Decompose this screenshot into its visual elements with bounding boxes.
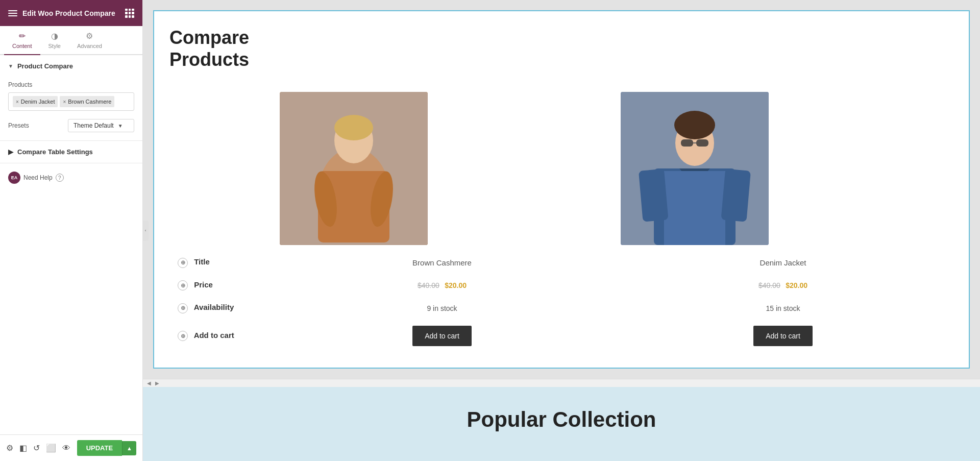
row-price-label: Price bbox=[194, 280, 213, 289]
table-row-availability: ⊕ Availability 9 in stock 15 in stock bbox=[169, 297, 953, 320]
products-field-label: Products bbox=[8, 81, 134, 88]
presets-label: Presets bbox=[8, 122, 29, 129]
tab-advanced-label: Advanced bbox=[77, 43, 102, 49]
tag-cashmere-label: Brown Cashmere bbox=[68, 99, 111, 105]
tag-brown-cashmere: × Brown Cashmere bbox=[60, 96, 114, 107]
need-help[interactable]: EA Need Help ? bbox=[0, 163, 142, 192]
section-compare-table-settings: ▶ Compare Table Settings bbox=[0, 141, 142, 163]
layers-icon[interactable]: ◧ bbox=[19, 443, 27, 453]
product2-original-price: $40.00 bbox=[758, 281, 780, 289]
hamburger-icon[interactable] bbox=[8, 10, 17, 16]
product2-stock: 15 in stock bbox=[766, 304, 800, 312]
product1-availability: 9 in stock bbox=[272, 297, 612, 320]
product2-cart: Add to cart bbox=[612, 320, 953, 352]
section-product-compare-label: Product Compare bbox=[17, 62, 73, 70]
svg-point-3 bbox=[334, 115, 373, 140]
product2-price: $40.00 $20.00 bbox=[612, 274, 953, 297]
expand-price-icon[interactable]: ⊕ bbox=[178, 280, 188, 290]
cashmere-product-image bbox=[280, 92, 428, 245]
toolbar-icons: ⚙ ◧ ↺ ⬜ 👁 bbox=[6, 443, 70, 453]
product2-name: Denim Jacket bbox=[760, 258, 806, 267]
product1-add-to-cart-button[interactable]: Add to cart bbox=[412, 326, 472, 346]
product2-sale-price: $20.00 bbox=[786, 281, 807, 289]
tab-content[interactable]: ✏ Content bbox=[4, 26, 40, 55]
tab-content-label: Content bbox=[12, 43, 32, 49]
chevron-right-icon: ▶ bbox=[8, 148, 13, 156]
table-header-brown-cashmere bbox=[272, 86, 612, 251]
tab-style[interactable]: ◑ Style bbox=[40, 26, 69, 54]
table-header-denim-jacket bbox=[612, 86, 953, 251]
product1-stock: 9 in stock bbox=[427, 304, 457, 312]
collapse-panel-handle[interactable]: ‹ bbox=[142, 221, 149, 241]
lower-section: Popular Collection bbox=[143, 387, 980, 461]
tab-bar: ✏ Content ◑ Style ⚙ Advanced bbox=[0, 26, 142, 55]
row-cart-label: Add to cart bbox=[194, 331, 234, 339]
row-label-add-to-cart: ⊕ Add to cart bbox=[169, 320, 272, 352]
product2-availability: 15 in stock bbox=[612, 297, 953, 320]
product1-title: Brown Cashmere bbox=[272, 251, 612, 274]
tab-style-label: Style bbox=[48, 43, 61, 49]
expand-availability-icon[interactable]: ⊕ bbox=[178, 303, 188, 313]
denim-product-image bbox=[621, 92, 769, 245]
table-header-empty bbox=[169, 86, 272, 251]
canvas-scroll-bar: ◀ ▶ bbox=[143, 379, 980, 387]
presets-select[interactable]: Theme Default ▼ bbox=[68, 119, 134, 132]
row-title-label: Title bbox=[194, 257, 210, 266]
settings-icon[interactable]: ⚙ bbox=[6, 443, 13, 453]
scroll-left-arrow[interactable]: ◀ bbox=[145, 380, 153, 386]
svg-rect-15 bbox=[696, 139, 708, 147]
update-btn-group: UPDATE ▲ bbox=[77, 440, 136, 456]
product2-title: Denim Jacket bbox=[612, 251, 953, 274]
style-icon: ◑ bbox=[51, 31, 58, 41]
panel-header: Edit Woo Product Compare bbox=[0, 0, 142, 26]
update-button[interactable]: UPDATE bbox=[77, 440, 122, 456]
scroll-right-arrow[interactable]: ▶ bbox=[153, 380, 161, 386]
products-tag-input[interactable]: × Denim Jacket × Brown Cashmere bbox=[8, 92, 134, 111]
tag-denim-label: Denim Jacket bbox=[21, 99, 55, 105]
dropdown-arrow-icon: ▼ bbox=[118, 123, 123, 129]
responsive-icon[interactable]: ⬜ bbox=[46, 443, 56, 453]
preview-icon[interactable]: 👁 bbox=[62, 444, 70, 453]
compare-title: CompareProducts bbox=[169, 27, 953, 70]
chevron-down-icon: ▼ bbox=[8, 63, 13, 69]
section-header-product-compare[interactable]: ▼ Product Compare bbox=[0, 55, 142, 77]
product1-cart: Add to cart bbox=[272, 320, 612, 352]
svg-rect-11 bbox=[639, 169, 669, 222]
product1-name: Brown Cashmere bbox=[412, 258, 472, 267]
compare-table: ⊕ Title Brown Cashmere Denim Jacket bbox=[169, 86, 953, 352]
row-label-price: ⊕ Price bbox=[169, 274, 272, 297]
section-product-compare: ▼ Product Compare Products × Denim Jacke… bbox=[0, 55, 142, 141]
row-label-title: ⊕ Title bbox=[169, 251, 272, 274]
widget-area: CompareProducts bbox=[153, 10, 970, 369]
product1-original-price: $40.00 bbox=[418, 281, 439, 289]
tag-remove-denim[interactable]: × bbox=[16, 99, 19, 105]
section-header-compare-table[interactable]: ▶ Compare Table Settings bbox=[0, 141, 142, 163]
left-panel: Edit Woo Product Compare ✏ Content ◑ Sty… bbox=[0, 0, 143, 461]
help-question-icon[interactable]: ? bbox=[56, 174, 64, 182]
ea-badge: EA bbox=[8, 172, 20, 184]
expand-cart-icon[interactable]: ⊕ bbox=[178, 331, 188, 341]
table-row-add-to-cart: ⊕ Add to cart Add to cart Add to cart bbox=[169, 320, 953, 352]
product2-add-to-cart-button[interactable]: Add to cart bbox=[753, 326, 813, 346]
tab-advanced[interactable]: ⚙ Advanced bbox=[69, 26, 110, 54]
canvas-area: CompareProducts bbox=[143, 0, 980, 461]
presets-row: Presets Theme Default ▼ bbox=[8, 119, 134, 132]
panel-title: Edit Woo Product Compare bbox=[22, 9, 115, 17]
tag-denim-jacket: × Denim Jacket bbox=[13, 96, 58, 107]
svg-rect-12 bbox=[721, 169, 751, 222]
row-label-availability: ⊕ Availability bbox=[169, 297, 272, 320]
main-canvas: CompareProducts bbox=[143, 0, 980, 461]
section-product-compare-body: Products × Denim Jacket × Brown Cashmere… bbox=[0, 77, 142, 140]
update-dropdown-button[interactable]: ▲ bbox=[122, 441, 136, 455]
product1-price: $40.00 $20.00 bbox=[272, 274, 612, 297]
expand-title-icon[interactable]: ⊕ bbox=[178, 258, 188, 268]
need-help-label: Need Help bbox=[23, 174, 53, 181]
tag-remove-cashmere[interactable]: × bbox=[63, 99, 66, 105]
presets-value: Theme Default bbox=[74, 122, 114, 129]
product1-sale-price: $20.00 bbox=[445, 281, 467, 289]
grid-icon[interactable] bbox=[125, 9, 134, 18]
svg-rect-10 bbox=[664, 171, 725, 245]
history-icon[interactable]: ↺ bbox=[33, 443, 40, 453]
popular-collection-title: Popular Collection bbox=[467, 407, 656, 432]
section-compare-table-label: Compare Table Settings bbox=[17, 148, 93, 156]
